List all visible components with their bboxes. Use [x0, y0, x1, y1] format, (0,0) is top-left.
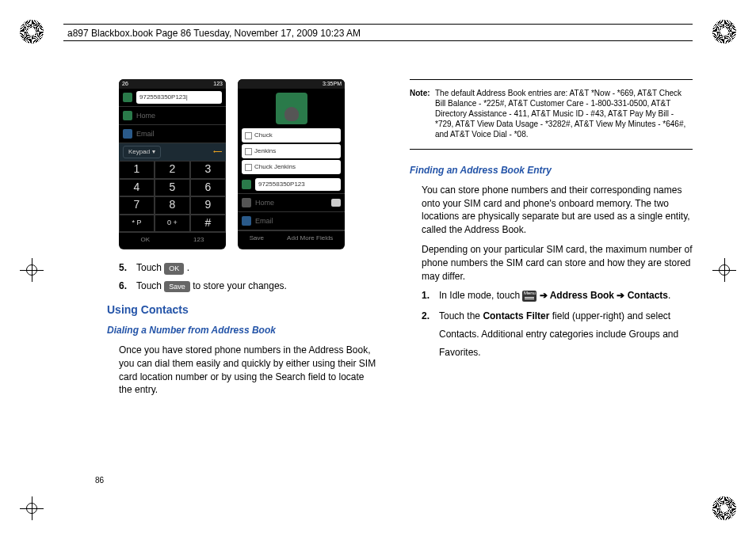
note-block: Note: The default Address Book entries a… [410, 85, 693, 144]
subsection-heading: Dialing a Number from Address Book [107, 324, 378, 337]
ok-button-graphic: OK [164, 263, 184, 275]
cropmark-top-right [712, 20, 736, 44]
right-column: Note: The default Address Book entries a… [410, 79, 693, 492]
paragraph-dialing: Once you have stored phone numbers in th… [119, 344, 378, 397]
cropmark-top-left [20, 20, 44, 44]
phone-screenshot-contact: 3:35PM Chuck Jenkins Chuck Jenkins 97255… [238, 79, 345, 249]
menu-icon: Menu [522, 291, 536, 302]
page-number: 86 [95, 476, 104, 485]
cropmark-bottom-right [712, 496, 736, 520]
cropmark-bottom-left [20, 496, 44, 520]
paragraph-sim: Depending on your particular SIM card, t… [422, 243, 693, 283]
step-2-right: 2. Touch the Contacts Filter field (uppe… [422, 307, 693, 361]
page-header: a897 Blackbox.book Page 86 Tuesday, Nove… [63, 24, 693, 41]
step-5: 5. Touch OK . [119, 261, 378, 275]
left-column: 26123 972558350P123| Home Email Keypad ▾… [95, 79, 378, 492]
phone-screenshot-keypad: 26123 972558350P123| Home Email Keypad ▾… [119, 79, 226, 249]
page-body: 26123 972558350P123| Home Email Keypad ▾… [95, 79, 693, 492]
phone-screenshots: 26123 972558350P123| Home Email Keypad ▾… [119, 79, 378, 249]
step-6: 6. Touch Save to store your changes. [119, 280, 378, 293]
cropmark-right [712, 258, 736, 282]
step-1-right: 1. In Idle mode, touch Menu ➔ Address Bo… [422, 289, 693, 302]
section-heading: Using Contacts [107, 302, 378, 318]
save-button-graphic: Save [164, 281, 190, 293]
cropmark-left [20, 258, 44, 282]
subsection-heading-finding: Finding an Address Book Entry [410, 164, 693, 177]
paragraph-store: You can store phone numbers and their co… [422, 184, 693, 237]
